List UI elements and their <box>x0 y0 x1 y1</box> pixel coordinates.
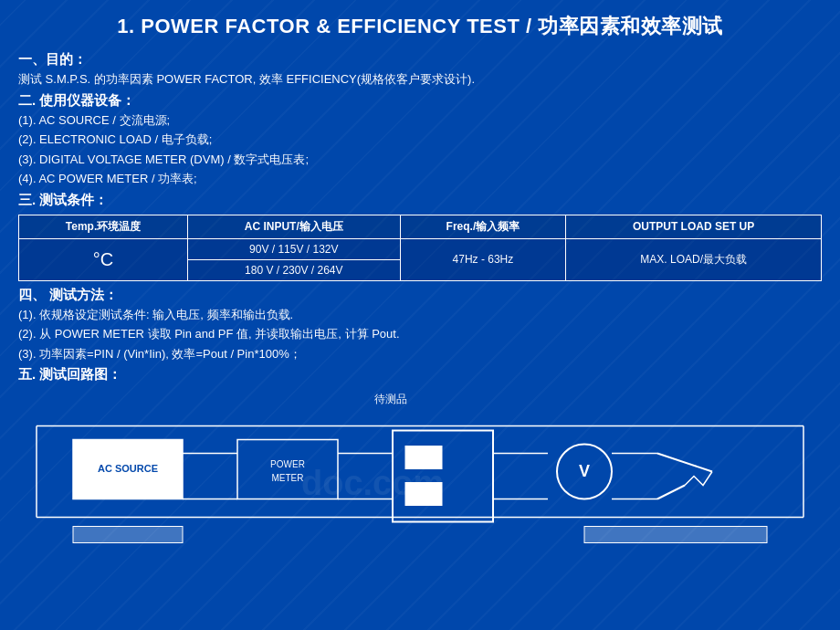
main-title: 1. POWER FACTOR & EFFICIENCY TEST / 功率因素… <box>18 7 822 47</box>
col-temp: Temp.环境温度 <box>19 215 188 238</box>
equipment-item-3: (3). DIGITAL VOLTAGE METER (DVM) / 数字式电压… <box>18 151 822 169</box>
equipment-item-4: (4). AC POWER METER / 功率表; <box>18 170 822 188</box>
svg-line-24 <box>657 486 685 499</box>
equipment-item-2: (2). ELECTRONIC LOAD / 电子负载; <box>18 131 822 149</box>
svg-text:doc.com: doc.com <box>301 464 444 502</box>
objective-text: 测试 S.M.P.S. 的功率因素 POWER FACTOR, 效率 EFFIC… <box>18 70 822 89</box>
method-item-1: (1). 依规格设定测试条件: 输入电压, 频率和输出负载. <box>18 306 822 324</box>
table-row: °C 90V / 115V / 132V 47Hz - 63Hz MAX. LO… <box>19 238 822 259</box>
circuit-heading: 五. 测试回路图： <box>18 366 822 383</box>
conditions-table: Temp.环境温度 AC INPUT/输入电压 Freq./输入频率 OUTPU… <box>18 215 822 281</box>
svg-text:V: V <box>579 462 590 480</box>
conditions-heading: 三. 测试条件： <box>18 192 822 209</box>
equipment-section: 二. 使用仪器设备： (1). AC SOURCE / 交流电源; (2). E… <box>18 92 822 188</box>
voltage-row2: 180 V / 230V / 264V <box>188 259 401 280</box>
svg-rect-25 <box>73 527 183 543</box>
circuit-diagram: 待测品 AC SOURCE POWER METER <box>18 387 822 547</box>
objective-section: 一、目的： 测试 S.M.P.S. 的功率因素 POWER FACTOR, 效率… <box>18 51 822 89</box>
circuit-section: 五. 测试回路图： 待测品 AC SOURCE <box>18 366 822 547</box>
svg-rect-26 <box>584 527 767 543</box>
objective-heading: 一、目的： <box>18 51 822 68</box>
methods-section: 四、 测试方法： (1). 依规格设定测试条件: 输入电压, 频率和输出负载. … <box>18 287 822 363</box>
col-acinput: AC INPUT/输入电压 <box>188 215 401 238</box>
equipment-item-1: (1). AC SOURCE / 交流电源; <box>18 111 822 130</box>
svg-text:AC SOURCE: AC SOURCE <box>98 463 158 474</box>
equipment-heading: 二. 使用仪器设备： <box>18 92 822 110</box>
conditions-section: 三. 测试条件： Temp.环境温度 AC INPUT/输入电压 Freq./输… <box>18 192 822 281</box>
svg-line-23 <box>657 454 712 472</box>
col-output: OUTPUT LOAD SET UP <box>566 215 822 238</box>
methods-heading: 四、 测试方法： <box>18 287 822 304</box>
svg-text:POWER: POWER <box>270 459 305 469</box>
method-item-2: (2). 从 POWER METER 读取 Pin and PF 值, 并读取输… <box>18 325 822 343</box>
freq-cell: 47Hz - 63Hz <box>400 238 566 280</box>
voltage-row1: 90V / 115V / 132V <box>188 238 401 259</box>
svg-text:METER: METER <box>272 473 304 483</box>
load-cell: MAX. LOAD/最大负载 <box>566 238 822 280</box>
temp-cell: °C <box>19 238 188 280</box>
col-freq: Freq./输入频率 <box>400 215 566 238</box>
svg-text:待测品: 待测品 <box>374 393 407 405</box>
method-item-3: (3). 功率因素=PIN / (Vin*Iin), 效率=Pout / Pin… <box>18 345 822 363</box>
